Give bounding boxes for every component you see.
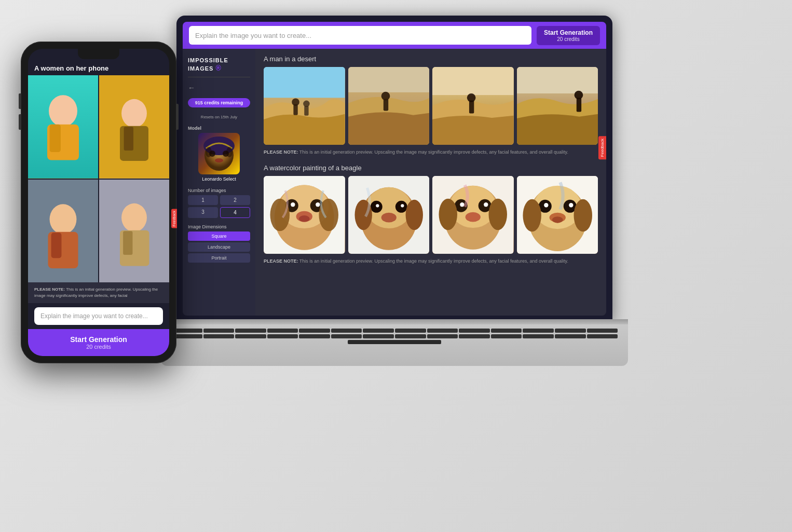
- phone-notch: [78, 49, 119, 59]
- phone-prompt-input[interactable]: Explain the image you want to create...: [34, 307, 163, 325]
- svg-point-65: [49, 95, 77, 127]
- model-label: Model: [188, 126, 250, 131]
- svg-point-57: [544, 203, 548, 207]
- desert-image-3[interactable]: [432, 67, 514, 145]
- num-btn-2[interactable]: 2: [220, 195, 250, 205]
- phone-prompt-area: Explain the image you want to create...: [28, 303, 169, 329]
- svg-point-39: [381, 212, 396, 222]
- main-content: A man in a desert: [255, 49, 606, 316]
- desert-image-4[interactable]: [517, 67, 598, 145]
- laptop-body: [161, 324, 628, 366]
- prompt-input-container[interactable]: Explain the image you want to create...: [189, 26, 531, 45]
- svg-point-58: [569, 203, 573, 207]
- generation-section-1: A man in a desert: [264, 55, 598, 156]
- svg-rect-18: [517, 67, 598, 93]
- dim-portrait-btn[interactable]: Portrait: [188, 253, 250, 263]
- beagle-notice: PLEASE NOTE: This is an initial generati…: [264, 258, 598, 265]
- app-header: Explain the image you want to create... …: [183, 22, 606, 49]
- phone-vol-up-button: [19, 93, 21, 109]
- svg-point-29: [299, 215, 310, 222]
- svg-point-62: [573, 199, 592, 231]
- svg-point-61: [523, 199, 541, 231]
- desert-notice: PLEASE NOTE: This is an initial generati…: [264, 149, 598, 156]
- logo: IMPOSSIBLE IMAGES ®: [188, 57, 250, 73]
- logo-area: IMPOSSIBLE IMAGES ®: [188, 55, 250, 77]
- num-btn-4[interactable]: 4: [220, 207, 250, 218]
- num-btn-1[interactable]: 1: [188, 195, 218, 205]
- svg-point-38: [401, 204, 404, 207]
- sidebar: IMPOSSIBLE IMAGES ® ← 915 credits remain…: [183, 49, 255, 316]
- svg-point-48: [484, 202, 488, 207]
- laptop-hinge: [161, 319, 628, 324]
- phone-start-btn-label[interactable]: Start Generation: [34, 335, 163, 344]
- phone-screen: A women on her phone: [28, 49, 169, 356]
- phone-woman-img-4[interactable]: [99, 180, 169, 283]
- dimensions-section: Image Dimensions Square Landscape Portra…: [188, 224, 250, 264]
- phone: A women on her phone: [21, 42, 176, 363]
- svg-point-41: [405, 199, 422, 229]
- svg-point-73: [50, 204, 77, 234]
- svg-rect-16: [469, 101, 474, 114]
- svg-point-20: [574, 91, 583, 100]
- app-body: IMPOSSIBLE IMAGES ® ← 915 credits remain…: [183, 49, 606, 316]
- phone-woman-img-1[interactable]: [28, 75, 98, 179]
- svg-point-37: [376, 204, 379, 207]
- svg-point-11: [303, 101, 310, 107]
- svg-point-4: [215, 158, 223, 162]
- gen-prompt-2: A watercolor painting of a beagle: [264, 164, 598, 172]
- model-preview-image[interactable]: [198, 133, 240, 174]
- svg-point-51: [489, 198, 507, 230]
- svg-rect-13: [383, 99, 388, 111]
- laptop: Explain the image you want to create... …: [161, 16, 628, 483]
- phone-feedback-tab[interactable]: Feedback: [171, 209, 177, 228]
- phone-power-button: [176, 104, 179, 130]
- svg-point-69: [121, 99, 147, 128]
- model-section: Model: [188, 126, 250, 182]
- phone-app-title: A women on her phone: [28, 59, 169, 75]
- svg-point-77: [121, 203, 147, 231]
- beagle-images-grid: [264, 176, 598, 254]
- svg-rect-7: [264, 67, 345, 98]
- feedback-tab[interactable]: Feedback: [598, 136, 606, 159]
- start-generation-button[interactable]: Start Generation 20 credits: [537, 26, 600, 45]
- svg-rect-71: [124, 127, 133, 151]
- credits-badge: 915 credits remaining: [188, 98, 250, 107]
- dim-landscape-btn[interactable]: Landscape: [188, 242, 250, 252]
- desert-images-grid: [264, 67, 598, 145]
- svg-rect-79: [123, 231, 132, 255]
- svg-point-60: [552, 216, 563, 223]
- model-name-text: Leonardo Select: [188, 176, 250, 182]
- start-btn-label: Start Generation: [544, 29, 593, 36]
- svg-point-27: [316, 202, 320, 207]
- laptop-screen: Explain the image you want to create... …: [176, 16, 612, 322]
- generation-section-2: A watercolor painting of a beagle: [264, 164, 598, 265]
- svg-rect-12: [348, 67, 430, 92]
- svg-point-9: [292, 98, 299, 106]
- beagle-image-3[interactable]: [432, 176, 514, 254]
- phone-outer: A women on her phone: [21, 42, 176, 363]
- phone-woman-img-3[interactable]: [28, 180, 98, 283]
- phone-start-btn-credits: 20 credits: [34, 344, 163, 350]
- desert-image-1[interactable]: [264, 67, 345, 145]
- phone-woman-img-2[interactable]: [99, 75, 169, 179]
- prompt-input-placeholder: Explain the image you want to create...: [195, 32, 311, 39]
- phone-vol-down-button: [19, 114, 21, 130]
- svg-point-26: [291, 202, 295, 207]
- scene: Explain the image you want to create... …: [0, 0, 792, 532]
- phone-note-area: PLEASE NOTE: This is an initial generati…: [28, 282, 169, 303]
- desert-image-2[interactable]: [348, 67, 430, 145]
- num-btn-3[interactable]: 3: [188, 207, 218, 218]
- num-images-grid: 1 2 3 4: [188, 195, 250, 218]
- phone-images-grid: [28, 75, 169, 282]
- svg-point-14: [381, 92, 390, 101]
- dim-square-btn[interactable]: Square: [188, 231, 250, 241]
- svg-rect-10: [304, 106, 308, 116]
- beagle-image-2[interactable]: [348, 176, 430, 254]
- svg-point-6: [226, 147, 233, 157]
- svg-rect-19: [576, 98, 581, 112]
- svg-point-17: [467, 93, 476, 102]
- beagle-image-4[interactable]: [517, 176, 598, 254]
- back-arrow-icon[interactable]: ←: [188, 84, 195, 92]
- beagle-image-1[interactable]: [264, 176, 345, 254]
- svg-rect-75: [51, 233, 62, 258]
